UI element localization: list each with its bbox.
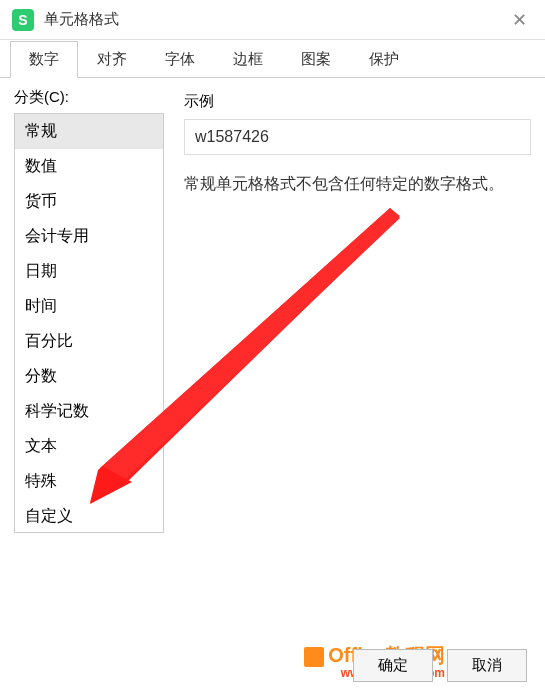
- category-item[interactable]: 日期: [15, 254, 163, 289]
- tab-3[interactable]: 边框: [214, 41, 282, 78]
- category-item[interactable]: 会计专用: [15, 219, 163, 254]
- example-group: 示例 w1587426: [184, 92, 531, 155]
- close-icon[interactable]: ✕: [505, 6, 533, 34]
- category-item[interactable]: 分数: [15, 359, 163, 394]
- watermark-icon: [304, 647, 324, 667]
- classification-label: 分类(C):: [14, 88, 164, 107]
- category-item[interactable]: 自定义: [15, 499, 163, 533]
- example-value: w1587426: [184, 119, 531, 155]
- category-item[interactable]: 文本: [15, 429, 163, 464]
- category-item[interactable]: 数值: [15, 149, 163, 184]
- right-column: 示例 w1587426 常规单元格格式不包含任何特定的数字格式。: [164, 88, 531, 648]
- category-item[interactable]: 常规: [15, 114, 163, 149]
- tab-1[interactable]: 对齐: [78, 41, 146, 78]
- tab-5[interactable]: 保护: [350, 41, 418, 78]
- tab-0[interactable]: 数字: [10, 41, 78, 78]
- tabbar: 数字对齐字体边框图案保护: [0, 40, 545, 78]
- content-area: 分类(C): 常规数值货币会计专用日期时间百分比分数科学记数文本特殊自定义 示例…: [0, 78, 545, 648]
- tab-2[interactable]: 字体: [146, 41, 214, 78]
- format-description: 常规单元格格式不包含任何特定的数字格式。: [184, 171, 531, 197]
- category-list[interactable]: 常规数值货币会计专用日期时间百分比分数科学记数文本特殊自定义: [14, 113, 164, 533]
- category-item[interactable]: 百分比: [15, 324, 163, 359]
- cancel-button[interactable]: 取消: [447, 649, 527, 682]
- app-icon: S: [12, 9, 34, 31]
- category-item[interactable]: 时间: [15, 289, 163, 324]
- dialog-footer: 确定 取消: [353, 649, 527, 682]
- category-item[interactable]: 货币: [15, 184, 163, 219]
- example-label: 示例: [184, 92, 531, 111]
- tab-4[interactable]: 图案: [282, 41, 350, 78]
- titlebar: S 单元格格式 ✕: [0, 0, 545, 40]
- window-title: 单元格格式: [44, 10, 505, 29]
- category-item[interactable]: 特殊: [15, 464, 163, 499]
- category-item[interactable]: 科学记数: [15, 394, 163, 429]
- left-column: 分类(C): 常规数值货币会计专用日期时间百分比分数科学记数文本特殊自定义: [14, 88, 164, 648]
- ok-button[interactable]: 确定: [353, 649, 433, 682]
